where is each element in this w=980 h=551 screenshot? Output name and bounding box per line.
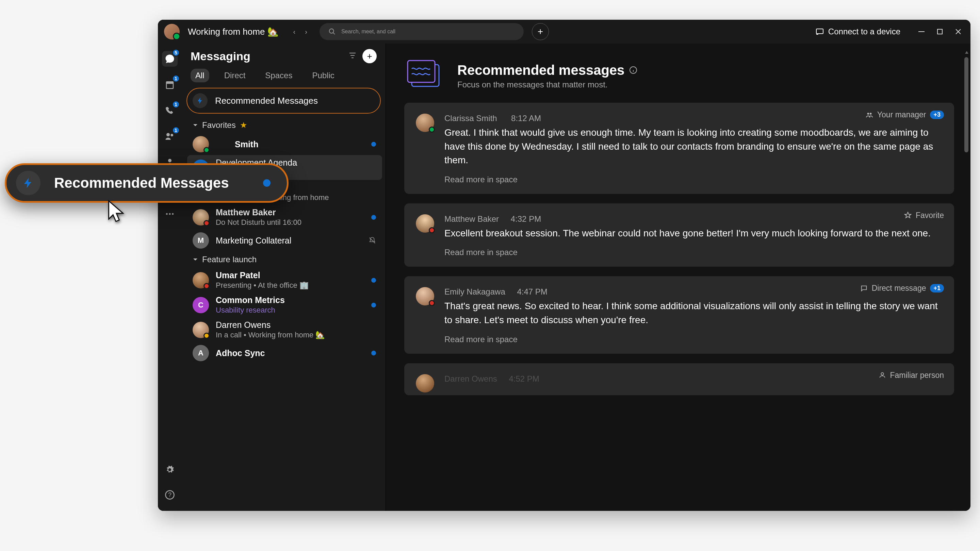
svg-point-3 <box>166 133 170 137</box>
create-button[interactable]: + <box>532 23 549 40</box>
tag-badge: +3 <box>930 111 944 119</box>
contact-name: Smith <box>216 140 258 149</box>
maximize-button[interactable] <box>936 27 944 36</box>
recommended-label: Recommended Messages <box>215 95 318 106</box>
rail-teams[interactable]: 1 <box>162 129 178 144</box>
group-feature-launch[interactable]: Feature launch <box>187 251 382 268</box>
back-button[interactable]: ‹ <box>293 28 296 36</box>
search-icon <box>328 28 336 35</box>
cast-icon <box>815 28 824 35</box>
tab-spaces[interactable]: Spaces <box>260 69 297 82</box>
card-tag: Familiar person <box>878 371 944 380</box>
message-body: That's great news. So excited to hear. I… <box>444 299 941 327</box>
forward-button[interactable]: › <box>305 28 307 36</box>
timestamp: 4:47 PM <box>517 287 547 297</box>
more-icon <box>165 209 175 219</box>
space-topic: Usability research <box>216 306 285 314</box>
tag-label: Direct message <box>872 284 926 293</box>
space-name: Adhoc Sync <box>216 348 265 358</box>
presence-indicator <box>204 220 210 226</box>
help-icon: ? <box>165 490 175 500</box>
recommended-messages-callout[interactable]: Recommended Messages <box>5 163 288 203</box>
avatar: C <box>192 297 209 313</box>
avatar <box>192 209 209 225</box>
search-input[interactable]: Search, meet, and call <box>320 23 524 40</box>
new-chat-button[interactable]: + <box>363 49 377 63</box>
timestamp: 4:32 PM <box>511 214 541 224</box>
read-more-link[interactable]: Read more in space <box>444 335 941 344</box>
message-card[interactable]: Matthew Baker 4:32 PM Excellent breakout… <box>404 203 954 267</box>
avatar <box>416 114 434 132</box>
person-icon <box>878 372 886 379</box>
filter-icon <box>349 52 356 59</box>
tab-direct[interactable]: Direct <box>220 69 250 82</box>
presence-indicator <box>204 147 210 153</box>
list-item[interactable]: Umar PatelPresenting • At the office 🏢 <box>187 268 382 292</box>
svg-point-14 <box>867 113 869 114</box>
minimize-button[interactable] <box>917 27 926 36</box>
card-tag: Your manager +3 <box>865 110 944 119</box>
avatar: A <box>192 345 209 361</box>
presence-indicator <box>204 283 210 289</box>
svg-rect-0 <box>816 29 823 34</box>
rail-badge: 1 <box>172 75 180 82</box>
rail-messaging[interactable]: 5 <box>162 51 178 67</box>
list-item[interactable]: A Adhoc Sync <box>187 342 382 364</box>
avatar <box>192 322 209 338</box>
recommended-icon <box>404 57 445 95</box>
group-favorites[interactable]: Favorites ★ <box>187 117 382 133</box>
svg-rect-2 <box>937 29 942 34</box>
card-tag: Direct message +1 <box>860 284 944 293</box>
svg-point-8 <box>172 213 173 215</box>
unread-dot <box>371 215 376 220</box>
svg-rect-1 <box>918 31 924 32</box>
list-item[interactable]: Matthew BakerDo Not Disturb until 16:00 <box>187 205 382 230</box>
content-scrollbar[interactable] <box>964 50 969 504</box>
nav-rail: 5 1 1 1 <box>158 43 182 511</box>
my-avatar[interactable] <box>164 24 180 40</box>
list-item[interactable]: Smith <box>187 133 382 155</box>
rail-badge: 1 <box>172 127 180 134</box>
message-card-list[interactable]: Clarissa Smith 8:12 AM Great. I think th… <box>386 103 970 511</box>
chat-icon <box>860 285 868 292</box>
mouse-cursor <box>106 200 127 225</box>
message-card[interactable]: Emily Nakagawa 4:47 PM That's great news… <box>404 276 954 353</box>
tag-label: Familiar person <box>890 371 944 380</box>
tab-all[interactable]: All <box>191 69 209 82</box>
connect-label: Connect to a device <box>828 27 900 37</box>
chevron-down-icon <box>192 257 198 262</box>
settings-button[interactable] <box>162 462 178 478</box>
recommended-messages-pill[interactable]: Recommended Messages <box>186 88 381 114</box>
read-more-link[interactable]: Read more in space <box>444 248 941 257</box>
read-more-link[interactable]: Read more in space <box>444 175 941 184</box>
filter-button[interactable] <box>349 52 356 60</box>
rail-more[interactable] <box>162 206 178 222</box>
close-button[interactable] <box>954 27 962 36</box>
status-line: In a call • Working from home 🏡 <box>216 330 325 340</box>
message-card[interactable]: Clarissa Smith 8:12 AM Great. I think th… <box>404 103 954 194</box>
svg-point-16 <box>881 373 883 375</box>
author-name: Matthew Baker <box>444 214 499 224</box>
help-button[interactable]: ? <box>162 487 178 503</box>
timestamp: 4:52 PM <box>509 374 539 384</box>
list-item[interactable]: Darren OwensIn a call • Working from hom… <box>187 318 382 342</box>
tab-public[interactable]: Public <box>307 69 339 82</box>
rail-badge: 1 <box>172 101 180 108</box>
info-icon[interactable] <box>629 66 637 74</box>
avatar: M <box>192 232 209 249</box>
rail-calls[interactable]: 1 <box>162 103 178 118</box>
scroll-up-arrow-icon <box>964 50 969 55</box>
message-card[interactable]: Darren Owens 4:52 PM Familiar person <box>404 363 954 395</box>
presence-status[interactable]: Working from home 🏡 <box>188 27 278 37</box>
scrollbar-thumb[interactable] <box>964 57 969 152</box>
unread-dot <box>371 351 376 356</box>
connect-device-button[interactable]: Connect to a device <box>815 27 900 37</box>
avatar <box>416 287 434 305</box>
search-placeholder: Search, meet, and call <box>341 29 395 35</box>
content-pane: Recommended messages Focus on the messag… <box>386 43 970 511</box>
list-item[interactable]: C Common MetricsUsability research <box>187 292 382 318</box>
avatar <box>192 136 209 152</box>
list-item[interactable]: M Marketing Collateral <box>187 230 382 251</box>
rail-calendar[interactable]: 1 <box>162 77 178 92</box>
chevron-down-icon <box>192 122 198 128</box>
